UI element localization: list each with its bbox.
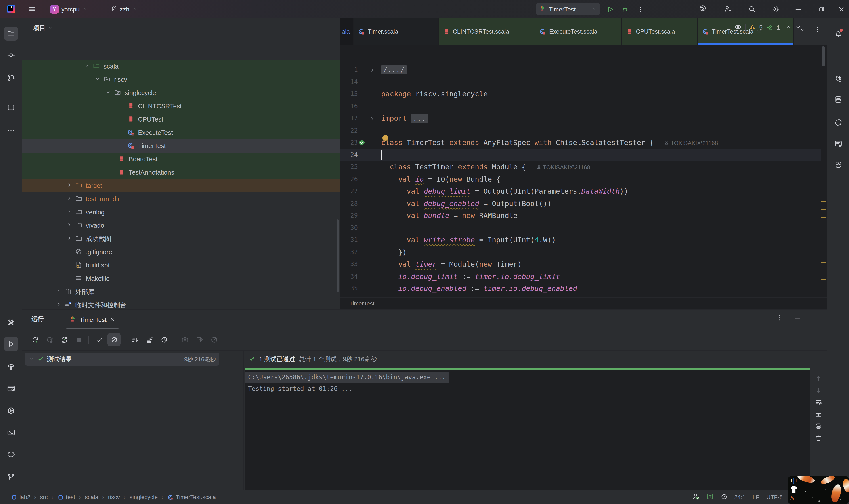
toolbar-stop-button[interactable] [72,333,85,346]
code-line-24[interactable]: 24 [340,149,827,161]
search-everywhere-button[interactable] [748,0,756,18]
ime-skin-icon[interactable] [790,486,798,493]
console-trash-button[interactable] [812,432,825,444]
status-breadcrumb-singlecycle[interactable]: singlecycle [130,494,158,501]
stripe-services-button[interactable] [4,404,18,418]
window-restore-button[interactable] [815,0,827,18]
code-line-29[interactable]: 29 val bundle = new RAMBundle [340,210,827,222]
run-panel-hide-button[interactable] [794,314,801,321]
toolbar-rerun-button[interactable] [28,333,41,346]
toolbar-sort-time-button[interactable] [158,333,171,346]
toolbar-gauge-button[interactable] [207,333,221,346]
next-problem-button[interactable] [795,24,801,31]
stripe-run-button[interactable] [4,337,18,351]
code-line-36[interactable]: 36 [340,295,827,297]
stripe-dev-notes-button[interactable] [831,137,846,151]
tree-item-TimerTest[interactable]: TimerTest [22,139,340,152]
run-panel-options-button[interactable] [776,314,783,321]
test-results-row[interactable]: 测试结果 9秒 216毫秒 [25,353,219,366]
run-configuration-selector[interactable]: TimerTest [536,3,600,16]
ime-language-indicator[interactable]: 中 [791,477,797,485]
caret-position[interactable]: 24:1 [734,494,745,501]
status-breadcrumb-scala[interactable]: scala [85,494,98,501]
stripe-build-button[interactable] [4,359,18,374]
stripe-pull-requests-button[interactable] [4,71,18,85]
status-breadcrumb-src[interactable]: src [40,494,48,501]
fold-marker-icon[interactable] [369,66,375,75]
warning-stripe-mark[interactable] [821,217,826,218]
tree-item-.gitignore[interactable]: .gitignore [22,245,340,259]
warning-stripe-mark[interactable] [821,279,826,280]
code-line-31[interactable]: 31 val write_strobe = Input(UInt(4.W)) [340,234,827,246]
toolbar-rerun-failed-button[interactable] [43,333,56,346]
window-minimize-button[interactable] [792,0,804,18]
code-line-25[interactable]: 25 class TestTimer extends Module { TOKI… [340,161,827,173]
stripe-sbt-shell-button[interactable] [4,381,18,396]
toolbar-export-button[interactable] [193,333,206,346]
stripe-problems-button[interactable] [4,447,18,462]
toolbar-ignore-circle-button[interactable] [107,333,121,346]
tree-item-CLINTCSRTest[interactable]: CLINTCSRTest [22,100,340,113]
inspections-widget[interactable]: 5 1 [735,23,801,32]
tree-item-成功截图[interactable]: 成功截图 [22,232,340,245]
project-panel-header[interactable]: 项目 [33,24,53,32]
run-tab-timertest[interactable]: TimerTest [66,310,119,329]
ime-sogou-logo[interactable]: S [790,494,794,503]
code-line-33[interactable]: 33 val timer = Module(new Timer) [340,258,827,270]
project-tree-scrollbar[interactable] [337,219,339,292]
toolbar-import-test-button[interactable] [143,333,156,346]
code-line-17[interactable]: 17import ... [340,112,827,124]
stripe-ai-chat-button[interactable] [831,72,846,86]
run-console[interactable]: C:\Users\26586\.jdks\temurin-17.0.16\bin… [245,370,810,490]
stripe-project-button[interactable] [4,26,18,41]
ai-assistant-button[interactable] [699,0,706,18]
line-separator[interactable]: LF [753,494,759,501]
tree-item-Makefile[interactable]: Makefile [22,272,340,285]
warning-count[interactable]: 5 [759,24,762,31]
code-line-32[interactable]: 32 }) [340,246,827,258]
tree-item-scala[interactable]: scala [22,60,340,73]
tree-item-临时文件和控制台[interactable]: 临时文件和控制台 [22,299,340,309]
status-breadcrumb-TimerTest.scala[interactable]: TimerTest.scala [167,494,216,501]
editor-tab-CPUTest.scala[interactable]: CPUTest.scala [622,18,698,44]
editor-tab-ExecuteTest.scala[interactable]: ExecuteTest.scala [535,18,622,44]
close-icon[interactable] [110,316,115,323]
warning-stripe-mark[interactable] [821,262,826,263]
tab-options-button[interactable] [814,26,821,34]
stripe-structure-button[interactable] [4,100,18,114]
toolbar-screenshot-button[interactable] [178,333,192,346]
stripe-sbt-button[interactable] [831,115,846,129]
stripe-notifications-button[interactable] [831,26,846,41]
status-breadcrumb-riscv[interactable]: riscv [108,494,120,501]
passed-count[interactable]: 1 [777,24,780,31]
run-test-gutter-icon[interactable] [359,139,366,148]
warning-stripe-mark[interactable] [821,201,826,202]
code-line-15[interactable]: 15package riscv.singlecycle [340,88,827,100]
main-menu-button[interactable] [28,0,36,18]
toolbar-check-filter-button[interactable] [93,333,106,346]
tree-item-BoardTest[interactable]: BoardTest [22,152,340,166]
warning-stripe-mark[interactable] [821,209,826,210]
editor-tab-ala[interactable]: ala [340,18,354,44]
console-arrow-up-button[interactable] [812,373,825,384]
stripe-git-button[interactable] [4,470,18,484]
code-with-me-button[interactable] [724,0,731,18]
stripe-terminal-button[interactable] [4,425,18,439]
code-line-28[interactable]: 28 val debug_enabled = Output(Bool()) [340,197,827,210]
fold-marker-icon[interactable] [369,115,375,123]
reader-mode-icon[interactable] [735,23,742,32]
settings-button[interactable] [773,0,780,18]
console-soft-wrap-button[interactable] [812,397,825,408]
translation-plugin-icon[interactable] [706,493,713,501]
code-editor[interactable]: 1/.../1415package riscv.singlecycle1617i… [340,45,827,297]
console-printer-button[interactable] [812,420,825,432]
code-line-26[interactable]: 26 val io = IO(new Bundle { [340,173,827,185]
tree-item-verilog[interactable]: verilog [22,205,340,219]
console-line[interactable]: C:\Users\26586\.jdks\temurin-17.0.16\bin… [245,372,449,383]
stripe-commit-button[interactable] [4,48,18,62]
tree-item-riscv[interactable]: riscv [22,73,340,86]
code-with-me-status-icon[interactable] [692,493,699,501]
intention-bulb-icon[interactable] [382,135,388,141]
tree-item-vivado[interactable]: vivado [22,219,340,232]
status-breadcrumb-test[interactable]: test [57,494,75,501]
